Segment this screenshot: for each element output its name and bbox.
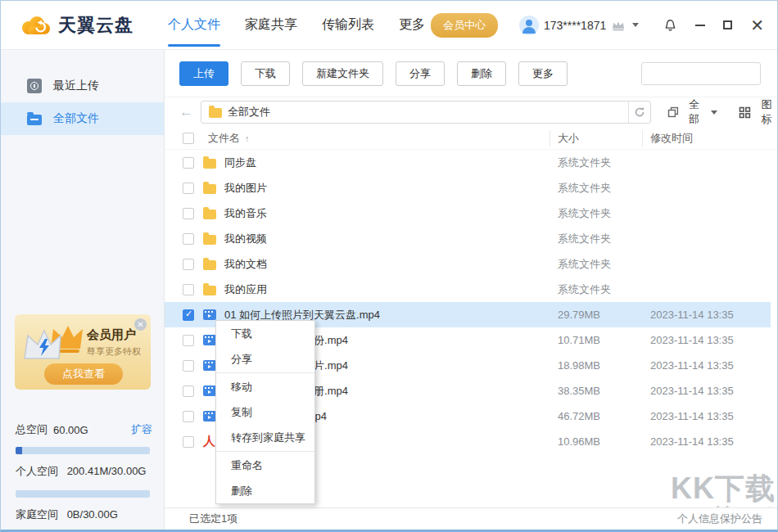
file-size: 系统文件夹 xyxy=(558,282,611,297)
file-row[interactable]: 我的视频 系统文件夹 xyxy=(165,226,771,251)
row-checkbox[interactable] xyxy=(183,183,194,194)
personal-space-fill xyxy=(16,447,22,454)
delete-button[interactable]: 删除 xyxy=(457,61,506,86)
menu-item-download[interactable]: 下载 xyxy=(216,321,314,346)
file-row[interactable]: 同步盘 系统文件夹 xyxy=(165,150,771,175)
row-checkbox[interactable] xyxy=(183,385,194,397)
close-icon[interactable]: ✕ xyxy=(134,318,147,331)
folder-icon xyxy=(203,235,216,245)
file-size: 10.71MB xyxy=(558,334,600,346)
video-file-icon xyxy=(203,309,216,320)
status-bar: 已选定1项 个人信息保护公告 xyxy=(165,507,777,530)
expand-storage-link[interactable]: 扩容 xyxy=(131,422,152,437)
refresh-button[interactable] xyxy=(628,101,650,123)
more-button[interactable]: 更多 xyxy=(518,61,568,86)
family-space-bar xyxy=(16,490,150,498)
folder-icon xyxy=(203,260,216,270)
file-size: 10.96MB xyxy=(558,435,600,448)
upload-button[interactable]: 上传 xyxy=(179,61,228,86)
menu-item-save-to-family[interactable]: 转存到家庭共享 xyxy=(216,425,314,450)
menu-item-copy[interactable]: 复制 xyxy=(216,399,314,425)
minimize-icon xyxy=(695,25,705,26)
row-checkbox[interactable] xyxy=(183,233,194,245)
table-header: 文件名 ↑ 大小 修改时间 xyxy=(165,127,777,150)
member-promo-banner[interactable]: ✕ 会员用户 尊享更多特权 点我查看 xyxy=(15,314,151,390)
file-row[interactable]: 我的音乐 系统文件夹 xyxy=(165,201,771,226)
file-row[interactable]: 我的文档 系统文件夹 xyxy=(165,251,771,277)
promo-subtitle: 尊享更多特权 xyxy=(87,345,141,358)
menu-item-share[interactable]: 分享 xyxy=(216,346,314,372)
file-name: 我的应用 xyxy=(224,282,267,297)
promo-view-button[interactable]: 点我查看 xyxy=(44,363,123,385)
select-all-checkbox[interactable] xyxy=(183,133,194,144)
selection-count: 已选定1项 xyxy=(189,512,237,526)
folder-icon xyxy=(27,115,42,125)
header-right: 会员中心 173****1871 xyxy=(431,13,764,38)
sidebar-item-recent-uploads[interactable]: 最近上传 xyxy=(1,70,164,102)
app-logo: 天翼云盘 xyxy=(19,13,133,38)
column-size[interactable]: 大小 xyxy=(558,131,579,146)
back-button[interactable]: ← xyxy=(179,104,193,120)
video-file-icon xyxy=(203,360,216,371)
file-size: 29.79MB xyxy=(558,309,600,321)
account-menu[interactable]: 173****1871 xyxy=(519,16,639,35)
menu-item-rename[interactable]: 重命名 xyxy=(216,453,314,478)
notifications-button[interactable] xyxy=(663,17,677,34)
file-row[interactable]: 我的应用 系统文件夹 xyxy=(165,277,771,302)
chevron-down-icon xyxy=(711,110,717,115)
menu-item-delete[interactable]: 删除 xyxy=(216,478,314,503)
total-space-row: 总空间 60.00G 扩容 xyxy=(16,422,152,437)
download-button[interactable]: 下载 xyxy=(241,61,290,86)
row-checkbox[interactable] xyxy=(183,208,194,219)
row-checkbox[interactable] xyxy=(183,284,194,295)
clock-icon xyxy=(27,79,42,93)
view-mode-toggle[interactable]: 图标 xyxy=(739,97,777,127)
toolbar: 上传 下载 新建文件夹 分享 删除 更多 xyxy=(165,50,777,97)
close-button[interactable]: ✕ xyxy=(750,17,764,34)
file-name: 同步盘 xyxy=(224,156,256,170)
app-window: 天翼云盘 个人文件 家庭共享 传输列表 更多 会员中心 173****1871 xyxy=(0,0,778,532)
cloud-logo-icon xyxy=(19,14,52,37)
search-input[interactable] xyxy=(642,63,778,84)
tab-more[interactable]: 更多 xyxy=(399,1,425,50)
file-size: 38.35MB xyxy=(558,385,600,397)
row-checkbox[interactable] xyxy=(183,259,194,270)
app-title: 天翼云盘 xyxy=(58,13,133,38)
column-name[interactable]: 文件名 xyxy=(208,131,240,146)
menu-divider xyxy=(216,372,314,373)
folder-icon xyxy=(209,108,222,118)
privacy-notice-link[interactable]: 个人信息保护公告 xyxy=(677,512,762,526)
stack-icon xyxy=(667,106,679,118)
promo-title: 会员用户 xyxy=(87,327,136,343)
family-space-label: 家庭空间 xyxy=(16,508,58,521)
file-name: 我的视频 xyxy=(224,232,267,246)
member-center-button[interactable]: 会员中心 xyxy=(431,13,498,38)
menu-item-move[interactable]: 移动 xyxy=(216,374,314,399)
tab-family-share[interactable]: 家庭共享 xyxy=(245,1,297,50)
filter-type-dropdown[interactable]: 全部 xyxy=(667,97,718,127)
file-date: 2023-11-14 13:35 xyxy=(650,359,734,372)
file-date: 2023-11-14 13:35 xyxy=(650,334,734,346)
row-checkbox[interactable] xyxy=(183,335,194,346)
minimize-button[interactable] xyxy=(695,17,705,34)
column-date[interactable]: 修改时间 xyxy=(650,131,693,146)
row-checkbox[interactable] xyxy=(183,157,194,169)
row-checkbox-checked[interactable] xyxy=(183,309,194,321)
avatar xyxy=(519,16,539,35)
tab-personal-files[interactable]: 个人文件 xyxy=(168,1,220,50)
new-folder-button[interactable]: 新建文件夹 xyxy=(302,61,383,86)
address-bar[interactable]: 全部文件 xyxy=(201,101,651,124)
folder-icon xyxy=(203,159,216,169)
row-checkbox[interactable] xyxy=(183,360,194,372)
maximize-button[interactable] xyxy=(723,17,732,34)
file-row[interactable]: 我的图片 系统文件夹 xyxy=(165,175,771,201)
file-size: 系统文件夹 xyxy=(558,181,611,196)
filter-label: 全部 xyxy=(684,97,705,127)
sidebar-item-all-files[interactable]: 全部文件 xyxy=(1,102,164,135)
share-button[interactable]: 分享 xyxy=(396,61,445,86)
file-size: 系统文件夹 xyxy=(558,206,611,221)
grid-view-icon xyxy=(739,106,751,119)
row-checkbox[interactable] xyxy=(183,411,194,422)
tab-transfer-list[interactable]: 传输列表 xyxy=(322,1,374,50)
row-checkbox[interactable] xyxy=(183,436,194,448)
